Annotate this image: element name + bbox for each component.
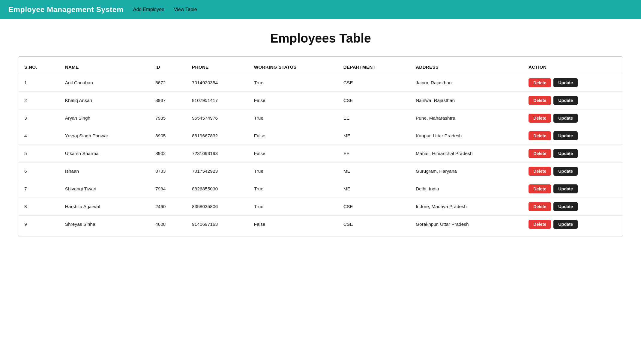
update-button[interactable]: Update: [553, 149, 578, 158]
action-buttons: DeleteUpdate: [529, 78, 617, 87]
cell-action: DeleteUpdate: [523, 127, 623, 145]
cell-sno: 5: [18, 145, 59, 163]
action-buttons: DeleteUpdate: [529, 149, 617, 158]
table-row: 6Ishaan87337017542923TrueMEGurugram, Har…: [18, 163, 623, 180]
table-row: 5Utkarsh Sharma89027231093193FalseEEMana…: [18, 145, 623, 163]
cell-id: 8937: [149, 92, 186, 109]
cell-department: ME: [337, 127, 410, 145]
cell-sno: 3: [18, 109, 59, 127]
cell-action: DeleteUpdate: [523, 216, 623, 233]
cell-address: Gorakhpur, Uttar Pradesh: [410, 216, 523, 233]
navbar-brand: Employee Management System: [8, 5, 124, 14]
cell-name: Shivangi Tiwari: [59, 180, 149, 198]
table-row: 8Harshita Agarwal24908358035806TrueCSEIn…: [18, 198, 623, 216]
cell-sno: 7: [18, 180, 59, 198]
cell-id: 8902: [149, 145, 186, 163]
cell-address: Nainwa, Rajasthan: [410, 92, 523, 109]
cell-phone: 9140697163: [186, 216, 248, 233]
cell-action: DeleteUpdate: [523, 92, 623, 109]
cell-id: 8905: [149, 127, 186, 145]
navbar: Employee Management System Add Employee …: [0, 0, 641, 19]
cell-working-status: False: [248, 216, 337, 233]
col-header-action: ACTION: [523, 60, 623, 74]
cell-action: DeleteUpdate: [523, 180, 623, 198]
page-title: Employees Table: [18, 31, 623, 46]
cell-name: Shreyas Sinha: [59, 216, 149, 233]
cell-name: Khaliq Ansari: [59, 92, 149, 109]
cell-sno: 2: [18, 92, 59, 109]
cell-phone: 8826855030: [186, 180, 248, 198]
update-button[interactable]: Update: [553, 220, 578, 229]
cell-name: Aryan Singh: [59, 109, 149, 127]
cell-working-status: False: [248, 145, 337, 163]
delete-button[interactable]: Delete: [529, 167, 551, 176]
col-header-name: NAME: [59, 60, 149, 74]
cell-name: Harshita Agarwal: [59, 198, 149, 216]
cell-phone: 7014920354: [186, 74, 248, 92]
view-table-link[interactable]: View Table: [174, 7, 197, 12]
table-row: 1Anil Chouhan56727014920354TrueCSEJaipur…: [18, 74, 623, 92]
action-buttons: DeleteUpdate: [529, 202, 617, 211]
table-body: 1Anil Chouhan56727014920354TrueCSEJaipur…: [18, 74, 623, 233]
col-header-working-status: WORKING STATUS: [248, 60, 337, 74]
col-header-sno: S.NO.: [18, 60, 59, 74]
cell-action: DeleteUpdate: [523, 163, 623, 180]
table-row: 4Yuvraj Singh Panwar89058619667832FalseM…: [18, 127, 623, 145]
update-button[interactable]: Update: [553, 184, 578, 193]
action-buttons: DeleteUpdate: [529, 220, 617, 229]
delete-button[interactable]: Delete: [529, 131, 551, 140]
cell-working-status: True: [248, 163, 337, 180]
cell-id: 2490: [149, 198, 186, 216]
page-content: Employees Table S.NO. NAME ID PHONE WORK…: [0, 19, 641, 249]
update-button[interactable]: Update: [553, 96, 578, 105]
col-header-address: ADDRESS: [410, 60, 523, 74]
update-button[interactable]: Update: [553, 202, 578, 211]
cell-address: Delhi, India: [410, 180, 523, 198]
cell-id: 7934: [149, 180, 186, 198]
update-button[interactable]: Update: [553, 131, 578, 140]
cell-address: Indore, Madhya Pradesh: [410, 198, 523, 216]
cell-sno: 6: [18, 163, 59, 180]
action-buttons: DeleteUpdate: [529, 131, 617, 140]
col-header-department: DEPARTMENT: [337, 60, 410, 74]
table-header: S.NO. NAME ID PHONE WORKING STATUS DEPAR…: [18, 60, 623, 74]
delete-button[interactable]: Delete: [529, 78, 551, 87]
cell-department: ME: [337, 180, 410, 198]
cell-action: DeleteUpdate: [523, 145, 623, 163]
cell-id: 4608: [149, 216, 186, 233]
delete-button[interactable]: Delete: [529, 149, 551, 158]
col-header-id: ID: [149, 60, 186, 74]
delete-button[interactable]: Delete: [529, 184, 551, 193]
delete-button[interactable]: Delete: [529, 202, 551, 211]
update-button[interactable]: Update: [553, 167, 578, 176]
cell-action: DeleteUpdate: [523, 109, 623, 127]
employees-table-container: S.NO. NAME ID PHONE WORKING STATUS DEPAR…: [18, 56, 623, 237]
cell-name: Anil Chouhan: [59, 74, 149, 92]
cell-working-status: True: [248, 180, 337, 198]
cell-name: Utkarsh Sharma: [59, 145, 149, 163]
cell-sno: 1: [18, 74, 59, 92]
update-button[interactable]: Update: [553, 114, 578, 123]
cell-phone: 8107951417: [186, 92, 248, 109]
delete-button[interactable]: Delete: [529, 220, 551, 229]
cell-phone: 9554574976: [186, 109, 248, 127]
table-row: 2Khaliq Ansari89378107951417FalseCSENain…: [18, 92, 623, 109]
cell-phone: 7231093193: [186, 145, 248, 163]
cell-department: CSE: [337, 198, 410, 216]
cell-address: Manali, Himanchal Pradesh: [410, 145, 523, 163]
col-header-phone: PHONE: [186, 60, 248, 74]
cell-id: 8733: [149, 163, 186, 180]
cell-department: EE: [337, 145, 410, 163]
delete-button[interactable]: Delete: [529, 96, 551, 105]
cell-working-status: True: [248, 109, 337, 127]
add-employee-link[interactable]: Add Employee: [133, 7, 164, 12]
action-buttons: DeleteUpdate: [529, 96, 617, 105]
cell-phone: 8619667832: [186, 127, 248, 145]
cell-department: ME: [337, 163, 410, 180]
cell-action: DeleteUpdate: [523, 74, 623, 92]
cell-working-status: False: [248, 92, 337, 109]
delete-button[interactable]: Delete: [529, 114, 551, 123]
cell-sno: 8: [18, 198, 59, 216]
update-button[interactable]: Update: [553, 78, 578, 87]
cell-sno: 4: [18, 127, 59, 145]
